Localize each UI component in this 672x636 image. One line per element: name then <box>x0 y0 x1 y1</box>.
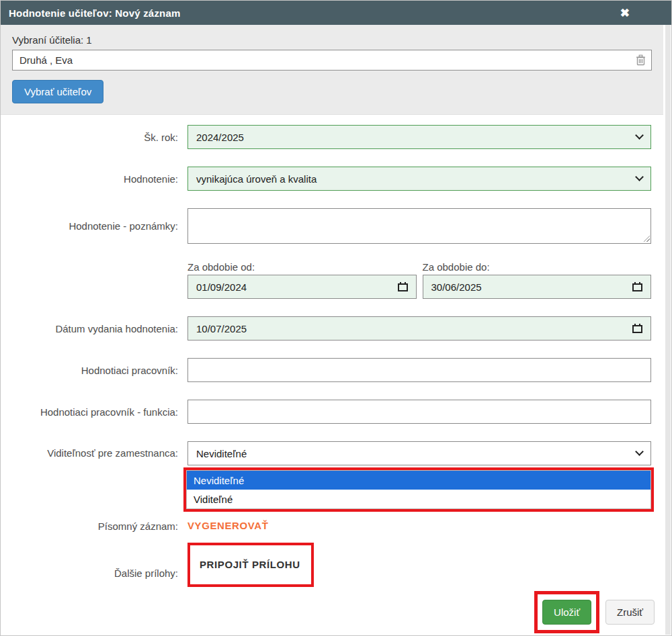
teacher-section: Vybraní účitelia: 1 Vybrať učiteľov <box>1 25 663 115</box>
visibility-dropdown: Neviditeľné Viditeľné <box>183 467 654 512</box>
trash-icon[interactable] <box>636 54 646 69</box>
evaluation-form: Šk. rok: 2024/2025 Hodnotenie: vynikajúc… <box>1 115 671 587</box>
selected-teachers-label: Vybraní účitelia: 1 <box>12 34 652 46</box>
save-button[interactable]: Uložiť <box>542 600 591 625</box>
period-from-label: Za obdobie od: <box>187 261 417 273</box>
written-record-label: Písomný záznam: <box>1 520 187 532</box>
calendar-icon[interactable] <box>632 324 642 333</box>
cancel-button[interactable]: Zrušiť <box>605 600 655 625</box>
period-to-value: 30/06/2025 <box>431 281 482 293</box>
attach-file-link[interactable]: PRIPOJIŤ PRÍLOHU <box>200 559 300 570</box>
modal-title: Hodnotenie učiteľov: Nový záznam <box>9 7 181 19</box>
notes-textarea[interactable] <box>187 208 651 244</box>
teacher-input[interactable] <box>13 50 651 70</box>
annotation-red-box-dropdown: Neviditeľné Viditeľné <box>183 467 654 512</box>
issue-date-label: Dátum vydania hodnotenia: <box>1 323 187 334</box>
notes-label: Hodnotenie - poznámky: <box>1 220 187 232</box>
visibility-select[interactable]: Neviditeľné <box>187 441 651 465</box>
attachments-label: Ďalšie prílohy: <box>1 551 187 579</box>
period-row: Za obdobie od: 01/09/2024 Za obdobie do:… <box>1 261 651 299</box>
visibility-label: Viditeľnosť pre zamestnanca: <box>1 441 187 459</box>
calendar-icon[interactable] <box>632 282 642 291</box>
evaluation-select[interactable]: vynikajúca úroveň a kvalita <box>187 167 651 191</box>
attachments-row: Ďalšie prílohy: PRIPOJIŤ PRÍLOHU <box>1 543 651 587</box>
annotation-red-box-save: Uložiť <box>534 591 599 633</box>
school-year-row: Šk. rok: 2024/2025 <box>1 125 651 149</box>
evaluation-row: Hodnotenie: vynikajúca úroveň a kvalita <box>1 167 651 191</box>
chevron-down-icon <box>635 447 644 456</box>
resize-grip-icon[interactable] <box>642 234 650 242</box>
evaluator-function-label: Hodnotiaci pracovník - funkcia: <box>1 406 187 418</box>
school-year-select[interactable]: 2024/2025 <box>187 125 651 149</box>
period-to-label: Za obdobie do: <box>423 261 652 273</box>
evaluation-label: Hodnotenie: <box>1 173 187 185</box>
calendar-icon[interactable] <box>398 282 408 291</box>
evaluator-function-input[interactable] <box>187 400 651 424</box>
select-teachers-button[interactable]: Vybrať učiteľov <box>12 80 103 103</box>
evaluation-modal: Hodnotenie učiteľov: Nový záznam ✖ Vybra… <box>0 0 672 636</box>
evaluator-function-row: Hodnotiaci pracovník - funkcia: <box>1 400 651 424</box>
period-to-date-input[interactable]: 30/06/2025 <box>423 275 652 299</box>
written-record-row: Písomný záznam: VYGENEROVAŤ <box>1 520 651 532</box>
school-year-label: Šk. rok: <box>1 132 187 143</box>
chevron-down-icon <box>635 131 644 140</box>
evaluator-input[interactable] <box>187 358 651 382</box>
issue-date-row: Dátum vydania hodnotenia: 10/07/2025 <box>1 316 651 340</box>
issue-date-value: 10/07/2025 <box>196 323 247 334</box>
modal-header: Hodnotenie učiteľov: Nový záznam ✖ <box>1 1 671 25</box>
issue-date-input[interactable]: 10/07/2025 <box>187 316 651 340</box>
school-year-value: 2024/2025 <box>196 132 244 143</box>
evaluator-row: Hodnotiaci pracovník: <box>1 358 651 382</box>
visibility-option-neviditelne[interactable]: Neviditeľné <box>187 471 650 490</box>
visibility-option-viditelne[interactable]: Viditeľné <box>187 490 650 508</box>
evaluator-label: Hodnotiaci pracovník: <box>1 365 187 376</box>
annotation-red-box-attachment: PRIPOJIŤ PRÍLOHU <box>187 543 314 587</box>
period-from-value: 01/09/2024 <box>196 281 247 293</box>
visibility-value: Neviditeľné <box>196 448 247 459</box>
teacher-field <box>12 50 652 71</box>
evaluation-value: vynikajúca úroveň a kvalita <box>196 173 317 185</box>
close-icon[interactable]: ✖ <box>620 7 630 19</box>
scrollbar-gutter[interactable] <box>663 25 671 635</box>
period-from-date-input[interactable]: 01/09/2024 <box>187 275 417 299</box>
generate-link[interactable]: VYGENEROVAŤ <box>187 520 269 531</box>
visibility-row: Viditeľnosť pre zamestnanca: Neviditeľné… <box>1 441 651 512</box>
notes-row: Hodnotenie - poznámky: <box>1 208 651 244</box>
modal-footer: Uložiť Zrušiť <box>1 591 671 633</box>
chevron-down-icon <box>635 173 644 181</box>
